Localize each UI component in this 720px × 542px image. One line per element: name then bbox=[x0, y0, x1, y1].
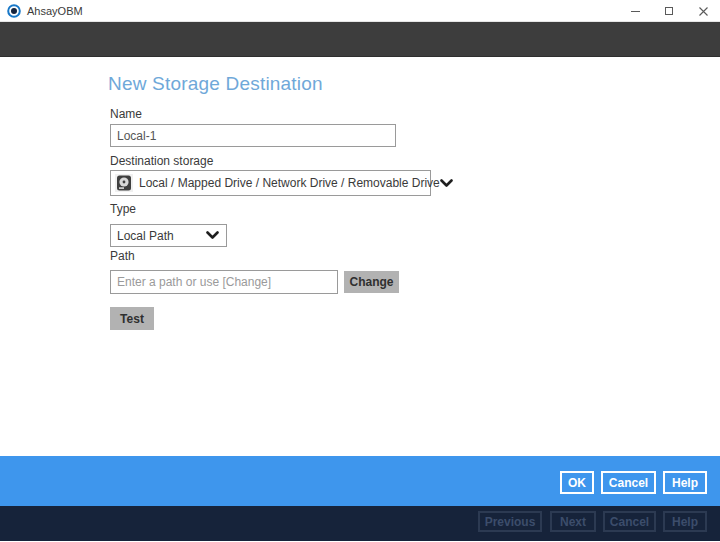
app-header-band bbox=[0, 22, 720, 57]
window-controls bbox=[618, 0, 720, 22]
hdd-icon bbox=[115, 174, 133, 192]
name-input[interactable] bbox=[110, 124, 396, 147]
path-input[interactable] bbox=[110, 270, 338, 294]
help-button[interactable]: Help bbox=[663, 471, 707, 494]
type-label: Type bbox=[110, 202, 136, 216]
type-value: Local Path bbox=[117, 229, 174, 243]
ok-button[interactable]: OK bbox=[560, 471, 594, 494]
chevron-down-icon bbox=[440, 179, 453, 188]
chevron-down-icon bbox=[206, 231, 219, 240]
next-button-disabled: Next bbox=[550, 511, 596, 532]
destination-storage-value: Local / Mapped Drive / Network Drive / R… bbox=[139, 176, 440, 190]
wizard-cancel-button-disabled: Cancel bbox=[603, 511, 656, 532]
cancel-button[interactable]: Cancel bbox=[601, 471, 656, 494]
close-button[interactable] bbox=[686, 0, 720, 22]
minimize-button[interactable] bbox=[618, 0, 652, 22]
change-button[interactable]: Change bbox=[344, 271, 399, 293]
window-title: AhsayOBM bbox=[27, 5, 83, 17]
wizard-help-button-disabled: Help bbox=[663, 511, 707, 532]
name-label: Name bbox=[110, 107, 142, 121]
wizard-navigation-bar: Previous Next Cancel Help bbox=[0, 506, 720, 541]
destination-storage-select[interactable]: Local / Mapped Drive / Network Drive / R… bbox=[110, 170, 431, 196]
dialog-action-bar: OK Cancel Help bbox=[0, 456, 720, 506]
test-button[interactable]: Test bbox=[110, 307, 154, 330]
page-title: New Storage Destination bbox=[108, 73, 323, 95]
destination-storage-label: Destination storage bbox=[110, 154, 213, 168]
close-icon bbox=[699, 7, 708, 16]
maximize-icon bbox=[665, 7, 673, 15]
ahsayobm-logo-icon bbox=[7, 4, 21, 18]
new-storage-destination-panel: New Storage Destination Name Destination… bbox=[0, 57, 720, 456]
maximize-button[interactable] bbox=[652, 0, 686, 22]
title-bar: AhsayOBM bbox=[0, 0, 720, 22]
type-select[interactable]: Local Path bbox=[110, 224, 227, 247]
previous-button-disabled: Previous bbox=[478, 511, 542, 532]
path-label: Path bbox=[110, 249, 135, 263]
minimize-icon bbox=[631, 11, 640, 12]
